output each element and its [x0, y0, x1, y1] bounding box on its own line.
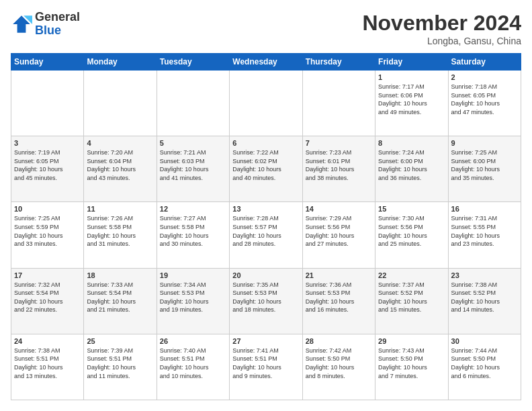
calendar-cell: 6Sunrise: 7:22 AM Sunset: 6:02 PM Daylig…: [230, 136, 302, 202]
day-info: Sunrise: 7:31 AM Sunset: 5:55 PM Dayligh…: [451, 214, 518, 248]
day-number: 2: [451, 73, 518, 81]
calendar-cell: 16Sunrise: 7:31 AM Sunset: 5:55 PM Dayli…: [448, 202, 521, 268]
day-header-tuesday: Tuesday: [157, 54, 229, 71]
calendar-cell: 7Sunrise: 7:23 AM Sunset: 6:01 PM Daylig…: [302, 136, 375, 202]
day-info: Sunrise: 7:29 AM Sunset: 5:56 PM Dayligh…: [306, 214, 372, 248]
day-number: 19: [160, 271, 226, 279]
day-number: 9: [451, 139, 518, 147]
calendar-cell: 11Sunrise: 7:26 AM Sunset: 5:58 PM Dayli…: [84, 202, 157, 268]
day-info: Sunrise: 7:25 AM Sunset: 6:00 PM Dayligh…: [451, 148, 518, 182]
day-number: 6: [232, 139, 299, 147]
calendar-cell: 26Sunrise: 7:40 AM Sunset: 5:51 PM Dayli…: [157, 334, 229, 400]
day-number: 13: [232, 205, 299, 213]
day-number: 23: [451, 271, 518, 279]
calendar-cell: 5Sunrise: 7:21 AM Sunset: 6:03 PM Daylig…: [157, 136, 229, 202]
day-number: 11: [87, 205, 153, 213]
day-number: 30: [451, 337, 518, 345]
day-number: 5: [160, 139, 226, 147]
day-info: Sunrise: 7:18 AM Sunset: 6:05 PM Dayligh…: [451, 83, 518, 116]
day-info: Sunrise: 7:19 AM Sunset: 6:05 PM Dayligh…: [14, 148, 81, 182]
day-info: Sunrise: 7:41 AM Sunset: 5:51 PM Dayligh…: [232, 347, 299, 380]
day-info: Sunrise: 7:35 AM Sunset: 5:53 PM Dayligh…: [232, 281, 299, 314]
day-header-sunday: Sunday: [11, 54, 84, 71]
page: General Blue November 2024 Longba, Gansu…: [0, 0, 532, 411]
day-header-wednesday: Wednesday: [230, 54, 302, 71]
day-info: Sunrise: 7:22 AM Sunset: 6:02 PM Dayligh…: [232, 148, 299, 182]
day-header-thursday: Thursday: [302, 54, 375, 71]
day-number: 22: [378, 271, 445, 279]
day-header-saturday: Saturday: [448, 54, 521, 71]
day-number: 17: [14, 271, 81, 279]
day-info: Sunrise: 7:32 AM Sunset: 5:54 PM Dayligh…: [14, 281, 81, 314]
day-number: 27: [232, 337, 299, 345]
day-info: Sunrise: 7:34 AM Sunset: 5:53 PM Dayligh…: [160, 281, 226, 314]
day-number: 16: [451, 205, 518, 213]
day-info: Sunrise: 7:40 AM Sunset: 5:51 PM Dayligh…: [160, 347, 226, 380]
calendar-table: SundayMondayTuesdayWednesdayThursdayFrid…: [11, 53, 521, 400]
day-info: Sunrise: 7:36 AM Sunset: 5:53 PM Dayligh…: [306, 281, 372, 314]
calendar-cell: [302, 71, 375, 136]
day-info: Sunrise: 7:26 AM Sunset: 5:58 PM Dayligh…: [87, 214, 153, 248]
calendar-cell: 4Sunrise: 7:20 AM Sunset: 6:04 PM Daylig…: [84, 136, 157, 202]
logo-blue: Blue: [35, 24, 80, 38]
day-info: Sunrise: 7:38 AM Sunset: 5:52 PM Dayligh…: [451, 281, 518, 314]
day-info: Sunrise: 7:21 AM Sunset: 6:03 PM Dayligh…: [160, 148, 226, 182]
calendar-cell: 13Sunrise: 7:28 AM Sunset: 5:57 PM Dayli…: [230, 202, 302, 268]
day-number: 21: [306, 271, 372, 279]
day-info: Sunrise: 7:30 AM Sunset: 5:56 PM Dayligh…: [378, 214, 445, 248]
calendar-cell: 10Sunrise: 7:25 AM Sunset: 5:59 PM Dayli…: [11, 202, 84, 268]
day-number: 25: [87, 337, 153, 345]
day-number: 12: [160, 205, 226, 213]
calendar-cell: 17Sunrise: 7:32 AM Sunset: 5:54 PM Dayli…: [11, 268, 84, 334]
calendar-cell: 15Sunrise: 7:30 AM Sunset: 5:56 PM Dayli…: [375, 202, 448, 268]
calendar-cell: 20Sunrise: 7:35 AM Sunset: 5:53 PM Dayli…: [230, 268, 302, 334]
day-number: 8: [378, 139, 445, 147]
calendar-cell: 8Sunrise: 7:24 AM Sunset: 6:00 PM Daylig…: [375, 136, 448, 202]
day-number: 3: [14, 139, 81, 147]
day-number: 15: [378, 205, 445, 213]
day-info: Sunrise: 7:28 AM Sunset: 5:57 PM Dayligh…: [232, 214, 299, 248]
header: General Blue November 2024 Longba, Gansu…: [11, 11, 521, 46]
calendar-cell: 1Sunrise: 7:17 AM Sunset: 6:06 PM Daylig…: [375, 71, 448, 136]
location: Longba, Gansu, China: [362, 36, 521, 46]
day-number: 24: [14, 337, 81, 345]
calendar-cell: 24Sunrise: 7:38 AM Sunset: 5:51 PM Dayli…: [11, 334, 84, 400]
day-number: 14: [306, 205, 372, 213]
calendar-cell: 12Sunrise: 7:27 AM Sunset: 5:58 PM Dayli…: [157, 202, 229, 268]
day-info: Sunrise: 7:24 AM Sunset: 6:00 PM Dayligh…: [378, 148, 445, 182]
day-info: Sunrise: 7:37 AM Sunset: 5:52 PM Dayligh…: [378, 281, 445, 314]
calendar-cell: 29Sunrise: 7:43 AM Sunset: 5:50 PM Dayli…: [375, 334, 448, 400]
day-number: 10: [14, 205, 81, 213]
calendar-cell: 28Sunrise: 7:42 AM Sunset: 5:50 PM Dayli…: [302, 334, 375, 400]
calendar-cell: 30Sunrise: 7:44 AM Sunset: 5:50 PM Dayli…: [448, 334, 521, 400]
calendar-cell: 22Sunrise: 7:37 AM Sunset: 5:52 PM Dayli…: [375, 268, 448, 334]
title-block: November 2024 Longba, Gansu, China: [362, 11, 521, 46]
day-info: Sunrise: 7:33 AM Sunset: 5:54 PM Dayligh…: [87, 281, 153, 314]
calendar-cell: [11, 71, 84, 136]
day-header-monday: Monday: [84, 54, 157, 71]
day-info: Sunrise: 7:44 AM Sunset: 5:50 PM Dayligh…: [451, 347, 518, 380]
day-header-friday: Friday: [375, 54, 448, 71]
day-number: 28: [306, 337, 372, 345]
day-number: 26: [160, 337, 226, 345]
day-info: Sunrise: 7:25 AM Sunset: 5:59 PM Dayligh…: [14, 214, 81, 248]
day-info: Sunrise: 7:17 AM Sunset: 6:06 PM Dayligh…: [378, 83, 445, 116]
calendar-cell: 2Sunrise: 7:18 AM Sunset: 6:05 PM Daylig…: [448, 71, 521, 136]
calendar-cell: [84, 71, 157, 136]
logo-icon: [11, 13, 32, 35]
day-info: Sunrise: 7:20 AM Sunset: 6:04 PM Dayligh…: [87, 148, 153, 182]
calendar-cell: 14Sunrise: 7:29 AM Sunset: 5:56 PM Dayli…: [302, 202, 375, 268]
day-info: Sunrise: 7:23 AM Sunset: 6:01 PM Dayligh…: [306, 148, 372, 182]
calendar-cell: [157, 71, 229, 136]
calendar-cell: [230, 71, 302, 136]
day-number: 1: [378, 73, 445, 81]
day-info: Sunrise: 7:38 AM Sunset: 5:51 PM Dayligh…: [14, 347, 81, 380]
day-info: Sunrise: 7:39 AM Sunset: 5:51 PM Dayligh…: [87, 347, 153, 380]
day-number: 20: [232, 271, 299, 279]
calendar-cell: 21Sunrise: 7:36 AM Sunset: 5:53 PM Dayli…: [302, 268, 375, 334]
day-number: 18: [87, 271, 153, 279]
day-number: 7: [306, 139, 372, 147]
calendar-cell: 9Sunrise: 7:25 AM Sunset: 6:00 PM Daylig…: [448, 136, 521, 202]
calendar-cell: 27Sunrise: 7:41 AM Sunset: 5:51 PM Dayli…: [230, 334, 302, 400]
logo-general: General: [35, 11, 80, 24]
